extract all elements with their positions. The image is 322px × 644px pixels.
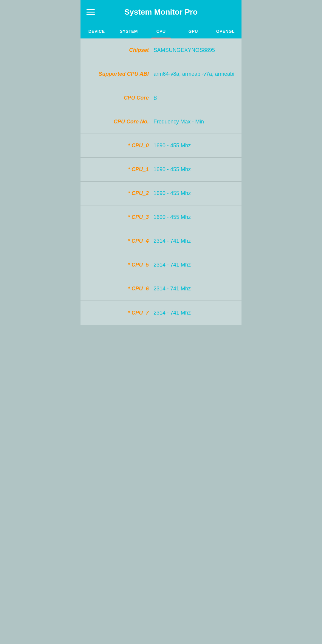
chipset-row: Chipset SAMSUNGEXYNOS8895: [80, 38, 242, 62]
cpu0-value: 1690 - 455 Mhz: [154, 143, 236, 149]
tab-gpu[interactable]: GPU: [177, 24, 209, 38]
cpu6-label: * CPU_6: [86, 286, 154, 292]
supported-abi-label: Supported CPU ABI: [86, 71, 154, 77]
cpu3-value: 1690 - 455 Mhz: [154, 214, 236, 220]
chipset-value: SAMSUNGEXYNOS8895: [154, 47, 236, 53]
cpu2-value: 1690 - 455 Mhz: [154, 190, 236, 196]
frequency-header-value: Frequency Max - Min: [154, 119, 236, 125]
cpu5-row: * CPU_5 2314 - 741 Mhz: [80, 253, 242, 277]
cpu3-label: * CPU_3: [86, 214, 154, 220]
cpu-core-value: 8: [154, 95, 236, 101]
cpu0-label: * CPU_0: [86, 143, 154, 149]
cpu-core-label: CPU Core: [86, 95, 154, 101]
cpu4-label: * CPU_4: [86, 238, 154, 244]
chipset-label: Chipset: [86, 47, 154, 53]
supported-abi-row: Supported CPU ABI arm64-v8a, armeabi-v7a…: [80, 62, 242, 86]
cpu-info-content: Chipset SAMSUNGEXYNOS8895 Supported CPU …: [80, 38, 242, 325]
cpu-core-no-header-row: CPU Core No. Frequency Max - Min: [80, 110, 242, 134]
cpu1-value: 1690 - 455 Mhz: [154, 166, 236, 173]
cpu6-row: * CPU_6 2314 - 741 Mhz: [80, 277, 242, 301]
tab-opengl[interactable]: OPENGL: [209, 24, 242, 38]
supported-abi-value: arm64-v8a, armeabi-v7a, armeabi: [154, 71, 236, 77]
cpu7-label: * CPU_7: [86, 310, 154, 316]
cpu7-value: 2314 - 741 Mhz: [154, 310, 236, 316]
app-header: System Monitor Pro: [80, 0, 242, 24]
cpu1-label: * CPU_1: [86, 166, 154, 173]
cpu4-value: 2314 - 741 Mhz: [154, 238, 236, 244]
cpu7-row: * CPU_7 2314 - 741 Mhz: [80, 301, 242, 325]
cpu1-row: * CPU_1 1690 - 455 Mhz: [80, 158, 242, 182]
cpu0-row: * CPU_0 1690 - 455 Mhz: [80, 134, 242, 158]
nav-tab-bar: DEVICE SYSTEM CPU GPU OPENGL: [80, 24, 242, 38]
menu-button[interactable]: [86, 9, 95, 15]
cpu5-label: * CPU_5: [86, 262, 154, 268]
cpu-core-no-label: CPU Core No.: [86, 119, 154, 125]
cpu-core-row: CPU Core 8: [80, 86, 242, 110]
app-title: System Monitor Pro: [101, 7, 221, 17]
tab-device[interactable]: DEVICE: [80, 24, 113, 38]
cpu6-value: 2314 - 741 Mhz: [154, 286, 236, 292]
tab-system[interactable]: SYSTEM: [113, 24, 145, 38]
cpu2-row: * CPU_2 1690 - 455 Mhz: [80, 182, 242, 205]
tab-cpu[interactable]: CPU: [145, 24, 177, 38]
cpu4-row: * CPU_4 2314 - 741 Mhz: [80, 229, 242, 253]
cpu2-label: * CPU_2: [86, 190, 154, 196]
cpu5-value: 2314 - 741 Mhz: [154, 262, 236, 268]
cpu3-row: * CPU_3 1690 - 455 Mhz: [80, 205, 242, 229]
